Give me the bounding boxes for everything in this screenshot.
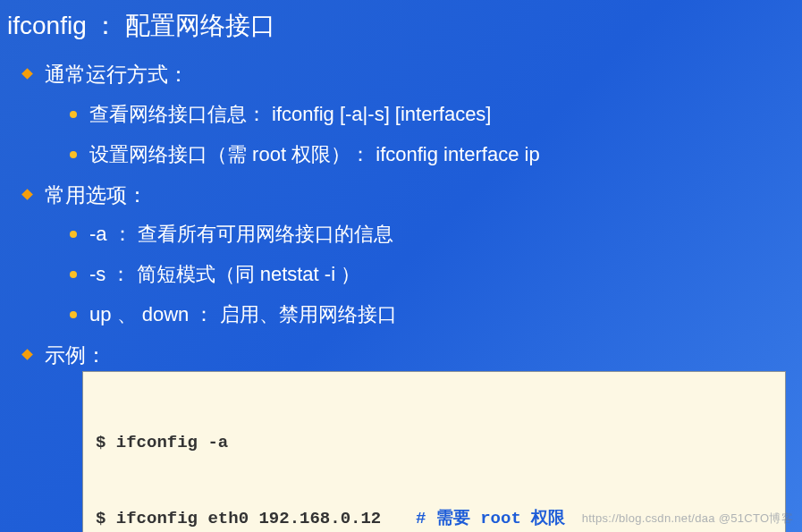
code-command: $ ifconfig -a	[96, 430, 416, 456]
section-heading: 示例：	[45, 343, 106, 367]
section-heading: 通常运行方式：	[45, 63, 189, 86]
code-comment: # 需要 root 权限	[416, 506, 565, 532]
section-example: 示例： $ ifconfig -a $ ifconfig eth0 192.16…	[23, 340, 795, 532]
option-item: up 、 down ： 启用、禁用网络接口	[70, 300, 795, 329]
usage-item: 查看网络接口信息： ifconfig [-a|-s] [interfaces]	[70, 99, 795, 129]
code-block: $ ifconfig -a $ ifconfig eth0 192.168.0.…	[82, 371, 786, 533]
options-list: -a ： 查看所有可用网络接口的信息 -s ： 简短模式（同 netstat -…	[45, 219, 795, 329]
section-options: 常用选项： -a ： 查看所有可用网络接口的信息 -s ： 简短模式（同 net…	[23, 180, 795, 330]
usage-list: 查看网络接口信息： ifconfig [-a|-s] [interfaces] …	[45, 99, 795, 169]
watermark: https://blog.csdn.net/daa @51CTO博客	[582, 511, 793, 527]
usage-item: 设置网络接口（需 root 权限）： ifconfig interface ip	[70, 139, 795, 169]
section-heading: 常用选项：	[45, 183, 148, 207]
option-item: -s ： 简短模式（同 netstat -i ）	[70, 259, 795, 289]
code-command: $ ifconfig eth0 192.168.0.12	[96, 506, 416, 532]
section-usage: 通常运行方式： 查看网络接口信息： ifconfig [-a|-s] [inte…	[23, 59, 795, 169]
outline-list: 通常运行方式： 查看网络接口信息： ifconfig [-a|-s] [inte…	[7, 59, 795, 532]
slide-title: ifconfig ： 配置网络接口	[7, 9, 795, 43]
code-line: $ ifconfig -a	[96, 430, 772, 456]
option-item: -a ： 查看所有可用网络接口的信息	[70, 219, 795, 249]
